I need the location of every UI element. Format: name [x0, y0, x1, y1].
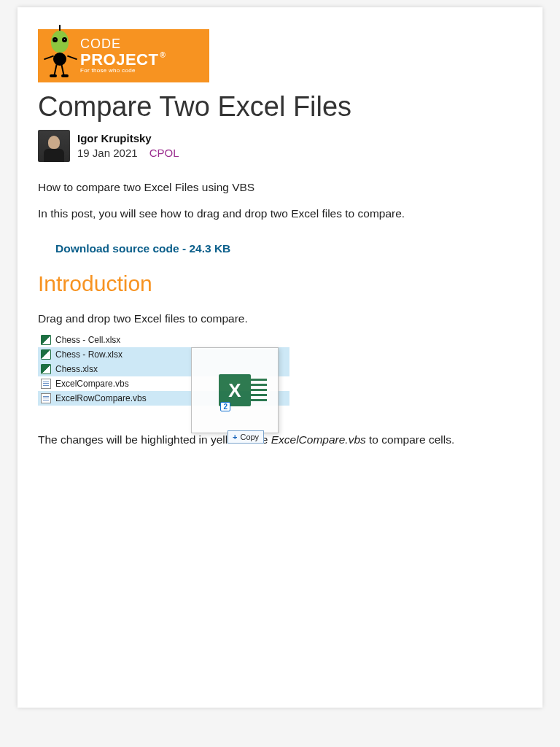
drag-ghost-icon: X 2 — [191, 347, 279, 433]
excel-file-icon — [41, 349, 51, 360]
plus-icon: + — [233, 433, 237, 441]
file-name: Chess.xlsx — [55, 364, 98, 374]
x-glyph: X — [228, 379, 241, 402]
logo-line2: PROJECT — [80, 50, 158, 69]
file-name: ExcelCompare.vbs — [55, 379, 129, 389]
excel-file-icon — [41, 335, 51, 345]
author-name[interactable]: Igor Krupitsky — [77, 131, 179, 146]
article-title: Compare Two Excel Files — [38, 91, 522, 123]
article-summary: How to compare two Excel Files using VBS — [38, 181, 522, 194]
introduction-heading: Introduction — [38, 271, 522, 296]
bob-mascot-icon — [44, 34, 76, 79]
license-link[interactable]: CPOL — [149, 147, 179, 159]
publish-date: 19 Jan 2021 — [77, 147, 138, 159]
copy-label: Copy — [240, 433, 259, 441]
file-explorer-screenshot: Chess - Cell.xlsx Chess - Row.xlsx Chess… — [38, 333, 289, 406]
author-block: Igor Krupitsky 19 Jan 2021 CPOL — [38, 130, 522, 162]
logo-tagline: For those who code — [80, 67, 136, 74]
copy-tooltip: + Copy — [228, 430, 264, 444]
result-paragraph: The changes will be highlighted in yello… — [38, 433, 522, 446]
file-row: Chess - Cell.xlsx — [38, 333, 289, 347]
result-text-suffix: to compare cells. — [366, 433, 454, 446]
author-avatar[interactable] — [38, 130, 70, 162]
result-filename: ExcelCompare.vbs — [271, 433, 366, 446]
download-source-link[interactable]: Download source code - 24.3 KB — [55, 242, 230, 255]
file-name: ExcelRowCompare.vbs — [55, 393, 147, 403]
vbs-file-icon — [41, 379, 51, 389]
excel-file-icon — [41, 364, 51, 374]
registered-mark: ® — [160, 51, 166, 59]
logo-text: CODE PROJECT® For those who code — [80, 37, 164, 74]
intro-paragraph: Drag and drop two Excel files to compare… — [38, 312, 522, 325]
codeproject-logo[interactable]: CODE PROJECT® For those who code — [38, 29, 209, 82]
drag-count-badge: 2 — [220, 402, 230, 411]
vbs-file-icon — [41, 393, 51, 403]
logo-line1: CODE — [80, 36, 121, 51]
article-lead: In this post, you will see how to drag a… — [38, 207, 522, 220]
document-page: CODE PROJECT® For those who code Compare… — [18, 7, 542, 708]
excel-drag-icon: X 2 — [219, 374, 251, 406]
file-name: Chess - Row.xlsx — [55, 349, 122, 360]
file-name: Chess - Cell.xlsx — [55, 335, 120, 345]
